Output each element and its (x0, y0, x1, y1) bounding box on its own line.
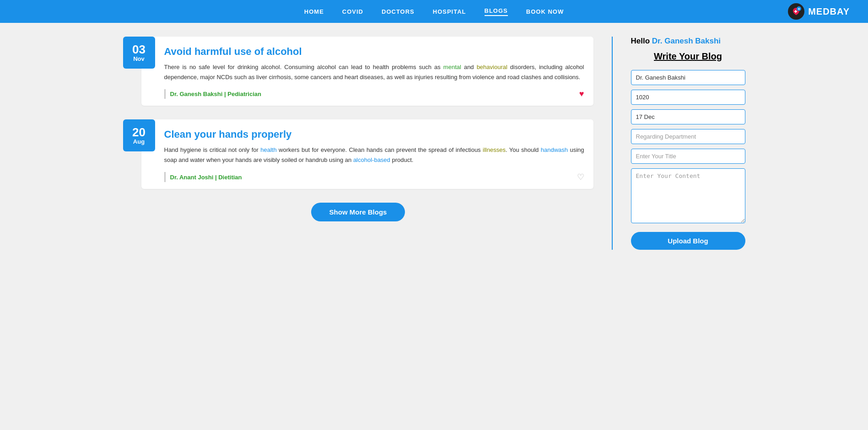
blog-1-body: There is no safe level for drinking alco… (164, 62, 584, 82)
title-input[interactable] (631, 149, 745, 164)
hello-text: Hello Dr. Ganesh Bakshi (631, 37, 745, 46)
blog-1-title: Avoid harmful use of alcohol (164, 46, 584, 58)
main-layout: 03 Nov Avoid harmful use of alcohol Ther… (114, 23, 755, 263)
blog-entry-2: 20 Aug Clean your hands properly Hand hy… (123, 119, 593, 189)
date-badge-2: 20 Aug (123, 119, 155, 151)
nav-home[interactable]: HOME (304, 8, 324, 15)
nav-links: HOME COVID DOCTORS HOSPITAL BLOGS BOOK N… (304, 7, 564, 16)
blog-1-month: Nov (133, 55, 145, 62)
nav-blogs[interactable]: BLOGS (485, 7, 508, 16)
blog-1-footer: Dr. Ganesh Bakshi | Pediatrician ♥ (164, 89, 584, 99)
hello-prefix: Hello (631, 37, 652, 45)
nav-doctors[interactable]: DOCTORS (382, 8, 415, 15)
id-input[interactable] (631, 90, 745, 105)
brand-name: MEDBAY (808, 6, 850, 17)
upload-blog-button[interactable]: Upload Blog (631, 232, 745, 250)
date-badge-1: 03 Nov (123, 37, 155, 69)
blog-1-like-icon[interactable]: ♥ (579, 89, 584, 99)
svg-text:♥: ♥ (798, 7, 800, 11)
blog-2-like-icon[interactable]: ♡ (577, 172, 584, 182)
blog-2-footer: Dr. Anant Joshi | Dietitian ♡ (164, 172, 584, 182)
brand-logo: ♥ (788, 3, 804, 20)
blog-card-2: Clean your hands properly Hand hygiene i… (141, 119, 593, 189)
blog-2-body: Hand hygiene is critical not only for he… (164, 145, 584, 165)
hello-doctor-name: Dr. Ganesh Bakshi (652, 37, 721, 45)
date-input[interactable] (631, 109, 745, 124)
brand: ♥ MEDBAY (788, 3, 850, 20)
blog-card-1: Avoid harmful use of alcohol There is no… (141, 37, 593, 106)
navbar: HOME COVID DOCTORS HOSPITAL BLOGS BOOK N… (0, 0, 868, 23)
nav-hospital[interactable]: HOSPITAL (433, 8, 466, 15)
author-input[interactable] (631, 70, 745, 85)
blog-1-author: Dr. Ganesh Bakshi | Pediatrician (170, 91, 261, 97)
blog-2-title: Clean your hands properly (164, 129, 584, 140)
content-textarea[interactable] (631, 168, 745, 223)
blog-list: 03 Nov Avoid harmful use of alcohol Ther… (123, 37, 607, 250)
vertical-divider (612, 37, 613, 250)
department-input[interactable] (631, 129, 745, 144)
blog-2-day: 20 (132, 126, 146, 138)
nav-book-now[interactable]: BOOK NOW (526, 8, 564, 15)
blog-1-day: 03 (132, 43, 146, 55)
blog-entry-1: 03 Nov Avoid harmful use of alcohol Ther… (123, 37, 593, 106)
write-blog-panel: Hello Dr. Ganesh Bakshi Write Your Blog … (617, 37, 745, 250)
show-more-button[interactable]: Show More Blogs (311, 203, 405, 221)
blog-2-month: Aug (133, 138, 145, 145)
blog-2-author: Dr. Anant Joshi | Dietitian (170, 174, 242, 181)
write-blog-title: Write Your Blog (631, 51, 745, 62)
nav-covid[interactable]: COVID (342, 8, 363, 15)
show-more-container: Show More Blogs (123, 203, 593, 221)
